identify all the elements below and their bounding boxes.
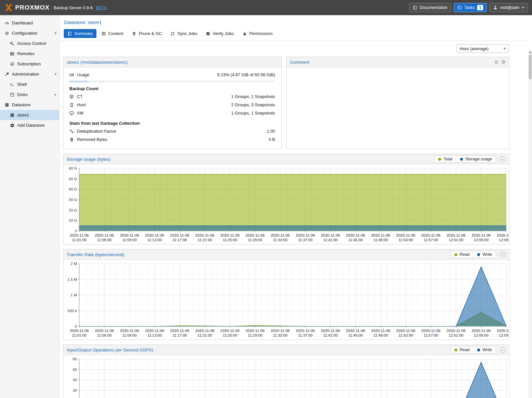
svg-text:10 G: 10 G — [69, 218, 77, 222]
backup-row-vm: VM 1 Groups, 1 Snapshots — [69, 109, 275, 117]
tasks-count-badge: 1 — [477, 5, 483, 10]
sidebar-item-remotes[interactable]: Remotes — [0, 49, 59, 59]
sidebar-item-add-datastore[interactable]: Add Datastore — [0, 120, 59, 130]
svg-text:11:05:00: 11:05:00 — [97, 333, 112, 337]
svg-text:2020-11-06: 2020-11-06 — [70, 329, 89, 333]
svg-text:2020-11-06: 2020-11-06 — [245, 233, 265, 237]
backup-row-host: Host 2 Groups, 3 Snapshots — [69, 101, 275, 109]
svg-text:11:49:00: 11:49:00 — [373, 238, 388, 242]
documentation-button[interactable]: Documentation — [409, 3, 451, 12]
legend-item-total[interactable]: Total — [435, 156, 456, 162]
tasks-button[interactable]: Tasks 1 — [454, 3, 487, 12]
tab-content[interactable]: Content — [98, 29, 127, 38]
collapse-icon[interactable]: – — [500, 156, 506, 162]
monitor-icon — [69, 111, 74, 116]
legend-item-write[interactable]: Write — [473, 347, 496, 353]
svg-text:11:33:00: 11:33:00 — [273, 333, 288, 337]
hdd-icon — [69, 73, 74, 77]
gear-icon[interactable]: ⚙ — [501, 59, 506, 65]
grid-icon — [101, 31, 106, 36]
sidebar-item-subscription[interactable]: Subscription — [0, 59, 59, 69]
sidebar-item-configuration[interactable]: Configuration ▾ — [0, 28, 59, 38]
svg-text:0: 0 — [75, 324, 77, 328]
wrench-icon — [5, 72, 9, 77]
task-list-icon — [457, 5, 462, 10]
usage-progress-bar — [69, 81, 275, 83]
svg-text:11:33:00: 11:33:00 — [273, 238, 288, 242]
svg-text:40 G: 40 G — [69, 187, 77, 191]
book-icon — [413, 5, 417, 10]
svg-text:2020-11-06: 2020-11-06 — [70, 233, 89, 237]
tab-permissions[interactable]: Permissions — [239, 29, 276, 38]
svg-text:12:09:00: 12:09:00 — [499, 333, 509, 337]
scrollbar-thumb[interactable] — [529, 55, 532, 79]
svg-text:2020-11-06: 2020-11-06 — [145, 329, 164, 333]
circle-slash-icon[interactable]: ⊘ — [494, 59, 499, 65]
sidebar-item-administration[interactable]: Administration ▾ — [0, 69, 59, 79]
legend-item-write[interactable]: Write — [473, 251, 496, 258]
svg-text:11:21:00: 11:21:00 — [197, 238, 212, 242]
status-panel-title: store1 (/mnt/datastores/store1) — [67, 60, 128, 65]
scroll-up-arrow-icon[interactable]: ▲ — [528, 50, 532, 54]
svg-text:2020-11-06: 2020-11-06 — [446, 233, 466, 237]
svg-text:2020-11-06: 2020-11-06 — [472, 329, 491, 333]
collapse-caret-icon[interactable]: ▾ — [54, 72, 56, 76]
gc-row-dedup: Deduplication Factor 1.00 — [69, 127, 275, 135]
svg-text:11:21:00: 11:21:00 — [197, 333, 212, 337]
sidebar-item-shell[interactable]: Shell — [0, 79, 59, 89]
tab-sync-jobs[interactable]: Sync Jobs — [167, 29, 201, 38]
svg-text:0: 0 — [75, 229, 77, 233]
svg-text:11:29:00: 11:29:00 — [248, 238, 262, 242]
trash-icon — [69, 137, 74, 142]
status-panel: store1 (/mnt/datastores/store1) Usage 9.… — [63, 57, 282, 149]
legend-item-storage-usage[interactable]: Storage usage — [456, 156, 496, 162]
svg-text:12:01:00: 12:01:00 — [448, 238, 463, 242]
collapse-icon[interactable]: – — [500, 252, 506, 257]
sidebar-item-disks[interactable]: Disks ▸ — [0, 89, 59, 100]
svg-text:11:37:00: 11:37:00 — [298, 238, 313, 242]
svg-text:50: 50 — [73, 368, 77, 372]
legend-item-read[interactable]: Read — [451, 347, 473, 353]
svg-text:2020-11-06: 2020-11-06 — [170, 329, 189, 333]
sidebar-item-access-control[interactable]: Access Control — [0, 38, 59, 49]
book-icon — [67, 31, 72, 36]
svg-text:50 G: 50 G — [69, 177, 77, 181]
collapse-icon[interactable]: – — [500, 347, 506, 353]
svg-text:20 G: 20 G — [69, 208, 77, 212]
svg-text:11:01:00: 11:01:00 — [72, 238, 87, 242]
server-icon — [10, 51, 15, 56]
main-content: Datastore: store1 Summary Content Prune … — [60, 15, 529, 398]
svg-text:11:49:00: 11:49:00 — [373, 333, 388, 337]
brand: PROXMOX — [4, 3, 50, 12]
vertical-scrollbar[interactable]: ▲ — [528, 50, 532, 398]
svg-text:2020-11-06: 2020-11-06 — [245, 329, 265, 333]
sidebar-item-dashboard[interactable]: Dashboard — [0, 18, 59, 28]
svg-text:11:57:00: 11:57:00 — [424, 333, 438, 337]
terminal-icon — [10, 82, 15, 87]
svg-text:11:53:00: 11:53:00 — [399, 333, 413, 337]
svg-text:2020-11-06: 2020-11-06 — [421, 233, 441, 237]
tab-verify-jobs[interactable]: Verify Jobs — [202, 29, 237, 38]
svg-text:2020-11-06: 2020-11-06 — [220, 329, 239, 333]
tab-prune-gc[interactable]: Prune & GC — [128, 29, 165, 38]
svg-text:11:37:00: 11:37:00 — [298, 333, 313, 337]
time-range-select[interactable]: Hour (average) — [457, 44, 509, 53]
beta-link[interactable]: BETA — [96, 5, 107, 10]
svg-text:12:05:00: 12:05:00 — [474, 238, 489, 242]
legend-item-read[interactable]: Read — [451, 251, 473, 258]
chart-title: Transfer Rate (bytes/second) — [67, 252, 124, 257]
svg-text:11:41:00: 11:41:00 — [323, 333, 338, 337]
sidebar-item-store1[interactable]: store1 — [0, 110, 59, 120]
svg-text:1.5 M: 1.5 M — [67, 278, 77, 282]
svg-text:40: 40 — [73, 378, 77, 382]
svg-text:2020-11-06: 2020-11-06 — [446, 329, 466, 333]
unlock-icon — [242, 31, 247, 36]
user-icon — [493, 5, 498, 10]
user-menu-button[interactable]: root@pam — [489, 3, 528, 12]
collapse-caret-icon[interactable]: ▾ — [54, 31, 56, 35]
tab-summary[interactable]: Summary — [64, 29, 96, 38]
svg-text:11:13:00: 11:13:00 — [147, 333, 162, 337]
comment-panel: Comment ⊘ ⚙ — [286, 57, 509, 149]
sidebar-item-datastore[interactable]: Datastore — [0, 100, 59, 110]
expand-caret-icon[interactable]: ▸ — [54, 92, 56, 97]
